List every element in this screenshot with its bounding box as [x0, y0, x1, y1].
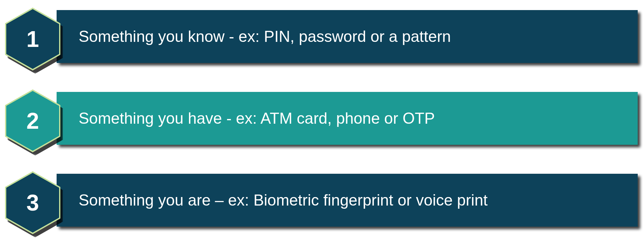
- diagram-wrapper: Something you know - ex: PIN, password o…: [0, 0, 644, 243]
- bar-3: Something you are – ex: Biometric finger…: [57, 174, 638, 227]
- hex-number-label: 1: [26, 26, 39, 52]
- diagram-row-2: Something you have - ex: ATM card, phone…: [0, 89, 644, 152]
- hex-number-label: 3: [26, 190, 39, 216]
- diagram-row-3: Something you are – ex: Biometric finger…: [0, 171, 644, 234]
- diagram-row-1: Something you know - ex: PIN, password o…: [0, 8, 644, 71]
- hex-number-label: 2: [26, 108, 39, 134]
- bar-text: Something you have - ex: ATM card, phone…: [79, 109, 435, 127]
- bar-text: Something you know - ex: PIN, password o…: [79, 27, 451, 46]
- bar-text: Something you are – ex: Biometric finger…: [79, 191, 488, 209]
- bar-2: Something you have - ex: ATM card, phone…: [57, 92, 638, 145]
- bar-1: Something you know - ex: PIN, password o…: [57, 10, 638, 63]
